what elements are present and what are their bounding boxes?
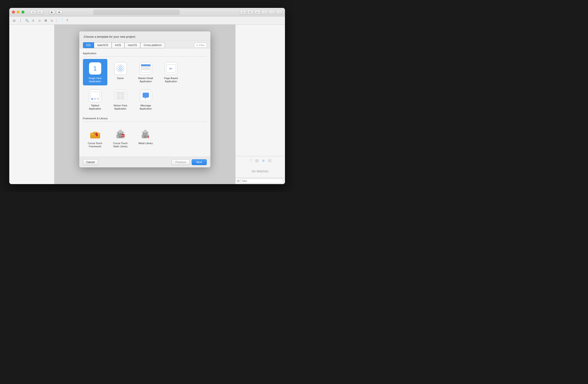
cocoa-framework-icon-shape [89, 127, 102, 140]
page-based-icon-shape [165, 62, 177, 75]
play-button[interactable]: ▶ [49, 10, 55, 15]
title-search-bar[interactable] [94, 10, 179, 15]
single-view-icon-shape: 1 [89, 62, 102, 75]
svg-point-4 [120, 69, 121, 70]
framework-templates-grid: Cocoa Touch Framework [83, 124, 207, 150]
cocoa-static-label: Cocoa Touch Static Library [110, 142, 130, 148]
template-sticker-pack[interactable]: Sticker Pack Application [108, 86, 133, 113]
svg-rect-53 [145, 133, 146, 135]
template-filter-box[interactable]: ⊙ Filter [194, 43, 207, 48]
tab-tvos[interactable]: tvOS [112, 42, 125, 48]
svg-point-16 [171, 68, 173, 69]
sticker-pack-icon-shape [114, 89, 127, 102]
cocoa-framework-label: Cocoa Touch Framework [85, 142, 105, 148]
maximize-button[interactable] [21, 11, 24, 14]
framework-svg [89, 128, 101, 139]
sticker-svg [115, 91, 126, 101]
right-panel-icons: 📄 { } ◎ ⬜ [235, 156, 285, 165]
single-view-icon: 1 [88, 62, 102, 75]
grid-icon[interactable]: ⊞ [43, 18, 49, 23]
tab-cross-platform[interactable]: Cross-platform [140, 42, 165, 48]
braces-icon[interactable]: { } [254, 158, 259, 163]
svg-rect-12 [142, 69, 150, 70]
file-icon[interactable]: 📄 [248, 158, 253, 163]
imessage-label: iMessage Application [136, 104, 156, 110]
right-panel-filter: ⊞ [235, 178, 285, 184]
tag-icon[interactable]: ▷ [49, 18, 55, 23]
panel-left-icon[interactable]: ⬜ [262, 10, 268, 15]
folder-icon[interactable]: 🗂 [12, 18, 17, 23]
application-templates-grid: 1 Single View Application [83, 59, 207, 113]
tab-watchos[interactable]: watchOS [94, 42, 112, 48]
help-icon[interactable]: ? [65, 18, 70, 23]
game-icon [114, 62, 127, 75]
sync-icon[interactable]: ⟳ [247, 10, 253, 15]
stop-button[interactable]: ■ [56, 10, 62, 15]
page-based-label: Page-Based Application [161, 77, 181, 83]
warning-icon[interactable]: ⚠ [30, 18, 36, 23]
dialog-body: Application 1 Single View Application [79, 48, 210, 157]
svg-point-2 [121, 68, 122, 69]
right-panel: 📄 { } ◎ ⬜ No Matches ⊞ [235, 25, 285, 184]
minimize-button[interactable] [17, 11, 20, 14]
template-page-based[interactable]: Page-Based Application [159, 59, 183, 85]
panel-center-icon[interactable]: ⬜ [269, 10, 275, 15]
template-tabbed[interactable]: Tabbed Application [83, 86, 107, 113]
master-detail-label: Master-Detail Application [136, 77, 156, 83]
tab-macos[interactable]: macOS [125, 42, 140, 48]
layout-icon[interactable]: ⬜ [267, 158, 272, 163]
template-single-view[interactable]: 1 Single View Application [83, 59, 107, 85]
game-svg [116, 64, 125, 73]
page-based-svg [166, 64, 176, 73]
close-button[interactable] [12, 11, 15, 14]
template-metal[interactable]: Metal Library [134, 124, 158, 150]
template-master-detail[interactable]: Master-Detail Application [134, 59, 158, 85]
master-detail-icon-shape [139, 62, 152, 75]
panel-right-icon[interactable]: ⬜ [276, 10, 282, 15]
lines-icon[interactable]: ≡ [240, 10, 246, 15]
svg-rect-21 [91, 99, 93, 100]
right-panel-top [235, 25, 285, 156]
svg-rect-22 [94, 99, 96, 100]
template-cocoa-framework[interactable]: Cocoa Touch Framework [83, 124, 107, 150]
titlebar-controls: ◁ ▷ [30, 10, 43, 15]
forward-button[interactable]: ▷ [37, 10, 43, 15]
tabbed-icon-shape [89, 89, 102, 102]
dialog-overlay: Choose a template for your new project: … [54, 25, 235, 184]
cocoa-static-icon: Touch [114, 127, 127, 140]
svg-rect-26 [121, 92, 124, 96]
main-content: No Selection Choose a template for your … [54, 25, 235, 184]
next-button[interactable]: Next [192, 159, 207, 165]
arrow-back-icon[interactable]: ↩ [254, 10, 260, 15]
svg-text:Touch: Touch [121, 135, 125, 136]
svg-rect-11 [142, 68, 150, 69]
hierarchy-icon[interactable]: ⋮ [18, 18, 23, 23]
new-project-dialog: Choose a template for your new project: … [79, 31, 210, 167]
search-icon[interactable]: 🔍 [24, 18, 30, 23]
metal-svg [140, 128, 151, 139]
single-view-label: Single View Application [85, 77, 105, 83]
new-file-icon[interactable]: 📄 [58, 18, 64, 23]
metal-label: Metal Library [139, 142, 153, 145]
master-detail-icon [139, 62, 152, 75]
main-window: ◁ ▷ ▶ ■ ≡ ⟳ ↩ ⬜ ⬜ ⬜ 🗂 ⋮ 🔍 ⚠ ◇ ⊞ ▷ 📄 ? [9, 8, 285, 184]
tab-ios[interactable]: iOS [83, 42, 94, 48]
svg-rect-52 [143, 133, 144, 135]
circle-icon[interactable]: ◎ [261, 158, 266, 163]
application-section-label: Application [83, 51, 207, 57]
nav-buttons: Previous Next [171, 159, 207, 165]
svg-rect-50 [144, 135, 145, 138]
template-imessage[interactable]: iMessage Application [134, 86, 158, 113]
right-filter-input[interactable] [240, 179, 283, 183]
static-lib-svg: Touch [115, 128, 126, 139]
cancel-button[interactable]: Cancel [83, 159, 98, 165]
toolbar: 🗂 ⋮ 🔍 ⚠ ◇ ⊞ ▷ 📄 ? [9, 17, 285, 25]
diamond-icon[interactable]: ◇ [37, 18, 42, 23]
svg-rect-54 [146, 133, 147, 135]
template-game[interactable]: Game [108, 59, 133, 85]
svg-marker-39 [117, 130, 124, 133]
template-cocoa-static[interactable]: Touch Cocoa Touch Static Library [108, 124, 133, 150]
svg-point-1 [119, 68, 120, 69]
back-button[interactable]: ◁ [30, 10, 36, 15]
previous-button[interactable]: Previous [171, 159, 190, 165]
